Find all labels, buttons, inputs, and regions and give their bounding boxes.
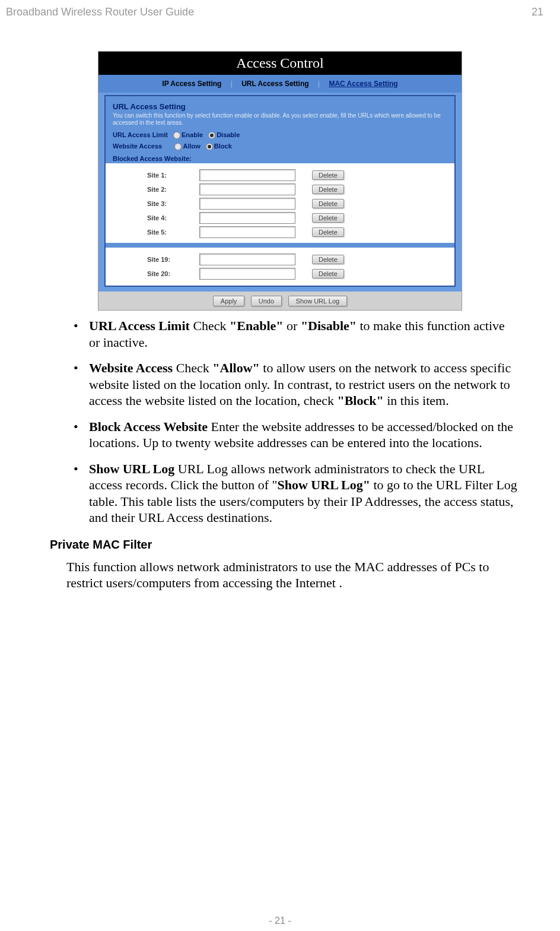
site-row: Site 2:Delete <box>147 183 431 195</box>
site-row: Site 19:Delete <box>147 254 431 265</box>
url-access-limit-label: URL Access Limit <box>113 131 168 138</box>
site-input[interactable] <box>199 183 295 195</box>
radio-enable-label: Enable <box>182 131 203 138</box>
term: Website Access <box>89 360 173 375</box>
site-input[interactable] <box>199 254 295 265</box>
blocked-website-label: Blocked Access Website: <box>113 155 447 162</box>
radio-block-label: Block <box>214 142 232 150</box>
page-number-top: 21 <box>532 6 543 18</box>
term: URL Access Limit <box>89 318 190 333</box>
router-screenshot: Access Control IP Access Setting | URL A… <box>98 51 462 311</box>
tab-url-access[interactable]: URL Access Setting <box>241 80 308 88</box>
show-url-log-button[interactable]: Show URL Log <box>288 296 348 306</box>
page-footer: - 21 - <box>0 916 560 926</box>
tab-separator: | <box>231 80 233 88</box>
site-row: Site 3:Delete <box>147 198 431 210</box>
site-row: Site 1:Delete <box>147 169 431 181</box>
site-label: Site 19: <box>147 256 183 263</box>
site-input[interactable] <box>199 226 295 238</box>
site-label: Site 1: <box>147 172 183 179</box>
site-input[interactable] <box>199 268 295 280</box>
panel-description: You can switch this function by select f… <box>113 112 447 126</box>
tab-separator: | <box>318 80 320 88</box>
radio-allow-label: Allow <box>183 142 200 150</box>
site-input[interactable] <box>199 198 295 210</box>
page-number-bottom: - 21 - <box>269 916 291 926</box>
radio-allow[interactable] <box>174 143 182 150</box>
bullet-website-access: Website Access Check "Allow" to allow us… <box>66 360 517 409</box>
settings-panel: URL Access Setting You can switch this f… <box>104 95 456 287</box>
bullet-show-url-log: Show URL Log URL Log allows network admi… <box>66 461 517 526</box>
site-label: Site 3: <box>147 200 183 207</box>
site-label: Site 4: <box>147 214 183 221</box>
term: Block Access Website <box>89 419 208 434</box>
radio-disable[interactable] <box>208 132 215 139</box>
page-header: Broadband Wireless Router User Guide 21 <box>0 0 560 18</box>
doc-title: Broadband Wireless Router User Guide <box>6 6 194 18</box>
website-access-label: Website Access <box>113 142 162 150</box>
tab-bar: IP Access Setting | URL Access Setting |… <box>98 75 462 93</box>
window-title: Access Control <box>98 52 462 75</box>
section-heading-private-mac-filter: Private MAC Filter <box>50 538 517 552</box>
panel-heading: URL Access Setting <box>113 102 447 111</box>
bullet-url-access-limit: URL Access Limit Check "Enable" or "Disa… <box>66 318 517 350</box>
apply-button[interactable]: Apply <box>213 296 245 306</box>
delete-button[interactable]: Delete <box>312 255 344 264</box>
button-bar: Apply Undo Show URL Log <box>98 292 462 310</box>
tab-mac-access[interactable]: MAC Access Setting <box>329 80 397 88</box>
bullet-block-access-website: Block Access Website Enter the website a… <box>66 419 517 451</box>
site-label: Site 20: <box>147 270 183 277</box>
site-list-1: Site 1:Delete Site 2:Delete Site 3:Delet… <box>106 163 454 244</box>
undo-button[interactable]: Undo <box>251 296 282 306</box>
site-row: Site 20:Delete <box>147 268 431 280</box>
site-label: Site 2: <box>147 186 183 193</box>
site-label: Site 5: <box>147 229 183 236</box>
term: Show URL Log <box>89 461 174 476</box>
section-body-private-mac-filter: This function allows network administrat… <box>66 559 517 591</box>
delete-button[interactable]: Delete <box>312 213 344 223</box>
site-input[interactable] <box>199 169 295 181</box>
delete-button[interactable]: Delete <box>312 170 344 180</box>
site-row: Site 5:Delete <box>147 226 431 238</box>
delete-button[interactable]: Delete <box>312 227 344 237</box>
radio-block[interactable] <box>206 143 213 150</box>
radio-enable[interactable] <box>173 132 180 139</box>
tab-ip-access[interactable]: IP Access Setting <box>162 80 221 88</box>
site-row: Site 4:Delete <box>147 212 431 224</box>
delete-button[interactable]: Delete <box>312 269 344 278</box>
delete-button[interactable]: Delete <box>312 199 344 208</box>
website-access-row: Website Access Allow Block <box>113 142 447 150</box>
site-list-2: Site 19:Delete Site 20:Delete <box>106 243 454 286</box>
url-access-limit-row: URL Access Limit Enable Disable <box>113 131 447 139</box>
site-input[interactable] <box>199 212 295 224</box>
radio-disable-label: Disable <box>217 131 240 138</box>
bullet-list: URL Access Limit Check "Enable" or "Disa… <box>66 318 517 526</box>
delete-button[interactable]: Delete <box>312 185 344 194</box>
